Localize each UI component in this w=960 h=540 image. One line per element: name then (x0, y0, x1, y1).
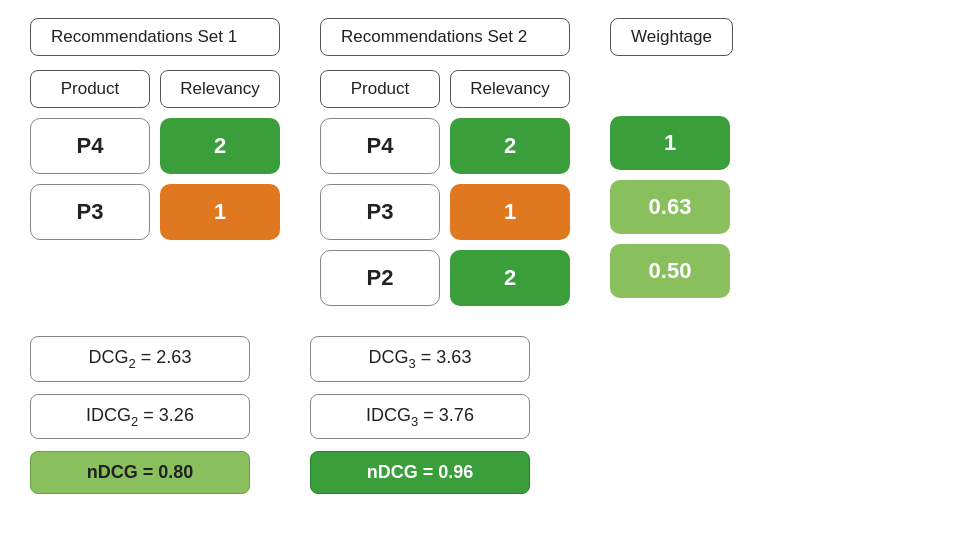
set2-p4-product: P4 (320, 118, 440, 174)
metrics-set1: DCG2 = 2.63 IDCG2 = 3.26 nDCG = 0.80 (30, 336, 250, 494)
set1-p3-relevancy: 1 (160, 184, 280, 240)
set1-rows: P4 2 P3 1 (30, 118, 280, 240)
top-area: Recommendations Set 1 Product Relevancy … (0, 0, 960, 306)
metrics-set2: DCG3 = 3.63 IDCG3 = 3.76 nDCG = 0.96 (310, 336, 530, 494)
set2-p4-relevancy: 2 (450, 118, 570, 174)
table-row: P3 1 (320, 184, 570, 240)
set2-relevancy-header: Relevancy (450, 70, 570, 108)
set2-headers: Product Relevancy (320, 70, 570, 108)
set2-p2-relevancy: 2 (450, 250, 570, 306)
table-row: P4 2 (320, 118, 570, 174)
ndcg1-box: nDCG = 0.80 (30, 451, 250, 494)
set1-p4-relevancy: 2 (160, 118, 280, 174)
set2-p2-product: P2 (320, 250, 440, 306)
set2-product-header: Product (320, 70, 440, 108)
table-row: P4 2 (30, 118, 280, 174)
idcg2-box: IDCG3 = 3.76 (310, 394, 530, 440)
set1-block: Recommendations Set 1 Product Relevancy … (30, 18, 280, 240)
set1-relevancy-header: Relevancy (160, 70, 280, 108)
set2-title: Recommendations Set 2 (320, 18, 570, 56)
weightage-1: 1 (610, 116, 730, 170)
metrics-section: DCG2 = 2.63 IDCG2 = 3.26 nDCG = 0.80 DCG… (0, 316, 960, 494)
table-row: 0.63 (610, 180, 730, 234)
set2-p3-product: P3 (320, 184, 440, 240)
set1-product-header: Product (30, 70, 150, 108)
table-row: 1 (610, 116, 730, 170)
set2-block: Recommendations Set 2 Product Relevancy … (320, 18, 570, 306)
set1-p4-product: P4 (30, 118, 150, 174)
table-row: P2 2 (320, 250, 570, 306)
dcg2-box: DCG3 = 3.63 (310, 336, 530, 382)
set1-headers: Product Relevancy (30, 70, 280, 108)
ndcg2-box: nDCG = 0.96 (310, 451, 530, 494)
weightage-title: Weightage (610, 18, 733, 56)
weightage-063: 0.63 (610, 180, 730, 234)
set1-p3-product: P3 (30, 184, 150, 240)
dcg1-box: DCG2 = 2.63 (30, 336, 250, 382)
weightage-block: Weightage 1 0.63 0.50 (610, 18, 733, 298)
table-row: 0.50 (610, 244, 730, 298)
set2-p3-relevancy: 1 (450, 184, 570, 240)
idcg1-box: IDCG2 = 3.26 (30, 394, 250, 440)
weightage-050: 0.50 (610, 244, 730, 298)
weightage-rows: 1 0.63 0.50 (610, 116, 730, 298)
set2-rows: P4 2 P3 1 P2 2 (320, 118, 570, 306)
table-row: P3 1 (30, 184, 280, 240)
set1-title: Recommendations Set 1 (30, 18, 280, 56)
